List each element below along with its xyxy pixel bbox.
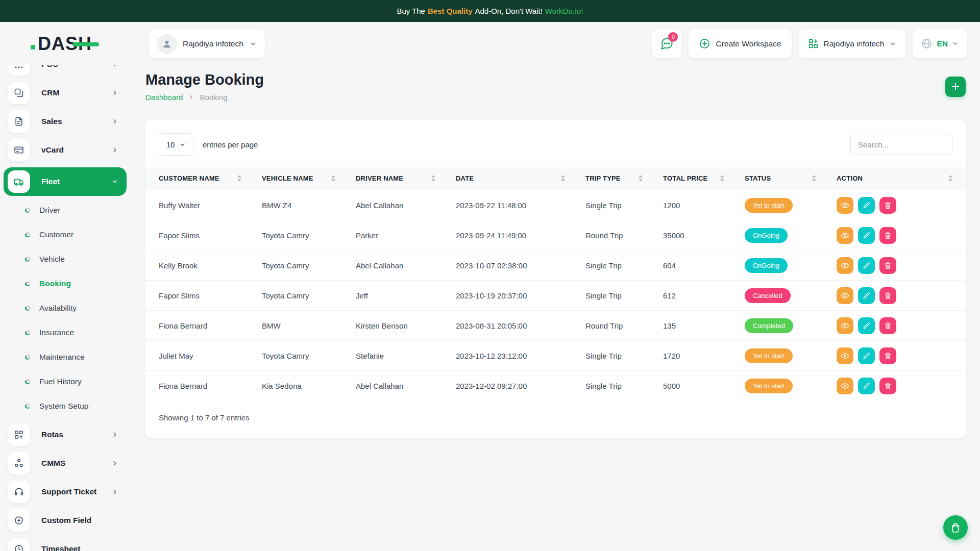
cmms-icon bbox=[8, 452, 30, 474]
view-button[interactable] bbox=[837, 347, 853, 364]
delete-button[interactable] bbox=[879, 227, 896, 244]
column-header-date[interactable]: DATE bbox=[451, 167, 580, 190]
column-header-status[interactable]: STATUS bbox=[740, 167, 831, 190]
sidebar-item-custom-field[interactable]: Custom Field bbox=[8, 509, 122, 532]
sidebar-item-crm[interactable]: CRM bbox=[8, 82, 122, 104]
breadcrumb-dashboard-link[interactable]: Dashboard bbox=[145, 93, 183, 102]
crm-icon bbox=[8, 82, 30, 104]
sort-icon[interactable] bbox=[431, 175, 435, 182]
trash-icon bbox=[884, 232, 892, 239]
sidebar-item-label: Custom Field bbox=[41, 516, 91, 525]
edit-button[interactable] bbox=[858, 287, 875, 304]
sort-icon[interactable] bbox=[561, 175, 565, 182]
column-header-action[interactable]: ACTION bbox=[831, 167, 966, 190]
app-logo[interactable]: DASH bbox=[31, 35, 92, 53]
cell-customer-name: Fiona Bernard bbox=[145, 371, 257, 401]
sort-icon[interactable] bbox=[331, 175, 335, 182]
subitem-label: Insurance bbox=[39, 328, 74, 337]
cell-driver-name: Jeff bbox=[351, 281, 451, 311]
sidebar-subitem-insurance[interactable]: Insurance bbox=[8, 325, 122, 340]
cell-driver-name: Abel Callahan bbox=[351, 190, 451, 220]
sort-icon[interactable] bbox=[948, 175, 952, 182]
view-button[interactable] bbox=[837, 227, 853, 244]
eye-icon bbox=[841, 231, 849, 240]
column-header-total-price[interactable]: TOTAL PRICE bbox=[658, 167, 740, 190]
avatar bbox=[157, 34, 177, 54]
cell-date: 2023-10-19 20:37:00 bbox=[451, 281, 580, 311]
edit-button[interactable] bbox=[858, 378, 875, 394]
column-header-trip-type[interactable]: TRIP TYPE bbox=[580, 167, 658, 190]
sidebar-item-fleet[interactable]: Fleet bbox=[4, 167, 127, 196]
sidebar-subitem-customer[interactable]: Customer bbox=[8, 228, 122, 242]
table-row: Fiona Bernard BMW Kirsten Benson 2023-08… bbox=[145, 311, 966, 341]
sidebar-item-vcard[interactable]: vCard bbox=[8, 139, 122, 161]
trash-icon bbox=[884, 322, 892, 330]
sidebar-item-pos[interactable]: POS bbox=[8, 65, 122, 76]
eye-icon bbox=[841, 291, 849, 300]
cart-fab-button[interactable] bbox=[943, 515, 968, 540]
sidebar-subitem-fuel-history[interactable]: Fuel History bbox=[8, 374, 122, 389]
eye-icon bbox=[841, 352, 849, 360]
edit-button[interactable] bbox=[858, 257, 875, 274]
create-workspace-button[interactable]: Create Workspace bbox=[689, 30, 791, 58]
sidebar-item-cmms[interactable]: CMMS bbox=[8, 452, 122, 474]
view-button[interactable] bbox=[837, 317, 853, 334]
view-button[interactable] bbox=[837, 287, 853, 304]
view-button[interactable] bbox=[837, 197, 853, 214]
edit-button[interactable] bbox=[858, 197, 875, 214]
subitem-label: Fuel History bbox=[39, 377, 82, 386]
sidebar-subitem-system-setup[interactable]: System Setup bbox=[8, 399, 122, 413]
sort-icon[interactable] bbox=[237, 175, 241, 182]
sort-icon[interactable] bbox=[720, 175, 724, 182]
sidebar-item-sales[interactable]: Sales bbox=[8, 110, 122, 133]
banner-text-middle: Add-On, Don't Wait! bbox=[475, 7, 543, 15]
column-header-customer-name[interactable]: CUSTOMER NAME bbox=[145, 167, 257, 190]
column-header-driver-name[interactable]: DRIVER NAME bbox=[351, 167, 451, 190]
workspace-selector[interactable]: Rajodiya infotech bbox=[149, 30, 265, 58]
edit-button[interactable] bbox=[858, 227, 875, 244]
trash-icon bbox=[884, 352, 892, 360]
delete-button[interactable] bbox=[879, 197, 896, 214]
chevron-down-icon bbox=[250, 40, 257, 47]
plus-icon bbox=[951, 82, 960, 91]
chevron-right-icon bbox=[111, 65, 118, 68]
sidebar-item-timesheet[interactable]: Timesheet bbox=[8, 538, 122, 551]
delete-button[interactable] bbox=[879, 317, 896, 334]
sort-icon[interactable] bbox=[639, 175, 643, 182]
company-selector[interactable]: Rajodiya infotech bbox=[799, 30, 906, 58]
status-badge: Yet to start bbox=[745, 379, 793, 393]
view-button[interactable] bbox=[837, 378, 853, 394]
shopping-bag-icon bbox=[950, 522, 961, 533]
breadcrumb-current: Booking bbox=[200, 93, 227, 102]
edit-button[interactable] bbox=[858, 347, 875, 364]
cell-trip-type: Single Trip bbox=[580, 341, 658, 371]
sort-icon[interactable] bbox=[812, 175, 816, 182]
status-badge: Completed bbox=[745, 318, 793, 333]
view-button[interactable] bbox=[837, 257, 853, 274]
pencil-icon bbox=[863, 232, 870, 239]
column-header-vehicle-name[interactable]: VEHICLE NAME bbox=[257, 167, 351, 190]
sidebar-subitem-booking[interactable]: Booking bbox=[8, 277, 122, 291]
delete-button[interactable] bbox=[879, 257, 896, 274]
banner-link[interactable]: WorkDo.Io! bbox=[545, 7, 583, 15]
entries-per-page-label: entries per page bbox=[203, 140, 258, 149]
sidebar-item-support-ticket[interactable]: Support Ticket bbox=[8, 481, 122, 503]
sidebar-subitem-vehicle[interactable]: Vehicle bbox=[8, 252, 122, 266]
sidebar-subitem-maintenance[interactable]: Maintenance bbox=[8, 350, 122, 364]
delete-button[interactable] bbox=[879, 287, 896, 304]
bullet-icon bbox=[25, 404, 30, 409]
edit-button[interactable] bbox=[858, 317, 875, 334]
cell-status: OnGoing bbox=[740, 220, 831, 251]
chevron-down-icon bbox=[179, 141, 186, 148]
delete-button[interactable] bbox=[879, 378, 896, 394]
entries-per-page-select[interactable]: 10 bbox=[159, 133, 193, 156]
sidebar-subitem-driver[interactable]: Driver bbox=[8, 203, 122, 217]
messages-button[interactable]: 0 bbox=[652, 30, 681, 58]
search-input[interactable] bbox=[850, 134, 952, 155]
sidebar-subitem-availability[interactable]: Availability bbox=[8, 301, 122, 315]
delete-button[interactable] bbox=[879, 347, 896, 364]
sidebar-item-rotas[interactable]: Rotas bbox=[8, 423, 122, 446]
table-header-row: CUSTOMER NAME VEHICLE NAME DRIVER NAME D… bbox=[145, 167, 966, 190]
language-selector[interactable]: EN bbox=[913, 30, 967, 58]
add-booking-button[interactable] bbox=[945, 77, 966, 97]
